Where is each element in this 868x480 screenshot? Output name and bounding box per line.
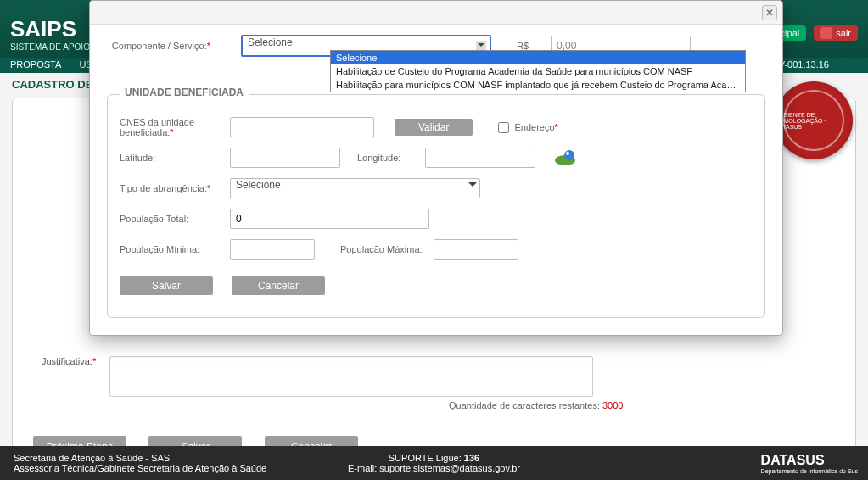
svg-point-2 <box>566 152 569 155</box>
select-value: Selecione <box>248 36 293 48</box>
componente-dropdown[interactable]: Selecione Habilitação de Custeio do Prog… <box>330 50 746 92</box>
select-value: Selecione <box>236 179 281 191</box>
validar-button[interactable]: Validar <box>395 119 473 136</box>
close-icon[interactable]: ✕ <box>762 5 777 20</box>
endereco-checkbox[interactable] <box>498 122 509 133</box>
popmin-label: População Mínima: <box>120 244 230 254</box>
cnes-input[interactable] <box>230 117 374 137</box>
cnes-label: CNES da unidade beneficiada:* <box>120 117 230 137</box>
longitude-input[interactable] <box>425 148 535 168</box>
modal-overlay: ✕ Componente / Serviço:* Selecione R$ Se… <box>0 0 868 480</box>
componente-label: Componente / Serviço:* <box>107 41 217 51</box>
label-text: Componente / Serviço: <box>112 41 207 51</box>
dropdown-option-hab1[interactable]: Habilitação de Custeio do Programa Acade… <box>331 64 745 78</box>
popmin-input[interactable] <box>230 239 315 260</box>
unidade-fieldset: UNIDADE BENEFICIADA CNES da unidade bene… <box>107 94 765 318</box>
label-text: CNES da unidade beneficiada: <box>120 117 194 137</box>
modal-body: Componente / Serviço:* Selecione R$ Sele… <box>90 25 782 318</box>
poptotal-label: População Total: <box>120 214 230 224</box>
longitude-label: Longitude: <box>357 153 425 163</box>
latitude-input[interactable] <box>230 148 340 168</box>
map-icon[interactable] <box>552 148 578 167</box>
endereco-label: Endereço* <box>514 122 557 132</box>
cancelar-button[interactable]: Cancelar <box>232 276 325 295</box>
salvar-button[interactable]: Salvar <box>120 276 213 295</box>
label-text: Endereço <box>514 122 554 132</box>
svg-point-1 <box>564 150 574 160</box>
chevron-down-icon <box>468 182 477 191</box>
modal-header: ✕ <box>90 1 782 25</box>
dropdown-option-selecione[interactable]: Selecione <box>331 51 745 64</box>
modal-dialog: ✕ Componente / Serviço:* Selecione R$ Se… <box>89 0 783 336</box>
popmax-label: População Máxima: <box>340 244 434 254</box>
dropdown-option-hab2[interactable]: Habilitação para municípios COM NASF imp… <box>331 78 745 92</box>
poptotal-input[interactable] <box>230 209 429 229</box>
label-text: Tipo de abrangência: <box>120 183 207 193</box>
tipo-select[interactable]: Selecione <box>230 178 480 198</box>
tipo-label: Tipo de abrangência:* <box>120 183 230 193</box>
popmax-input[interactable] <box>434 239 518 260</box>
latitude-label: Latitude: <box>120 153 230 163</box>
fieldset-legend: UNIDADE BENEFICIADA <box>120 87 249 98</box>
